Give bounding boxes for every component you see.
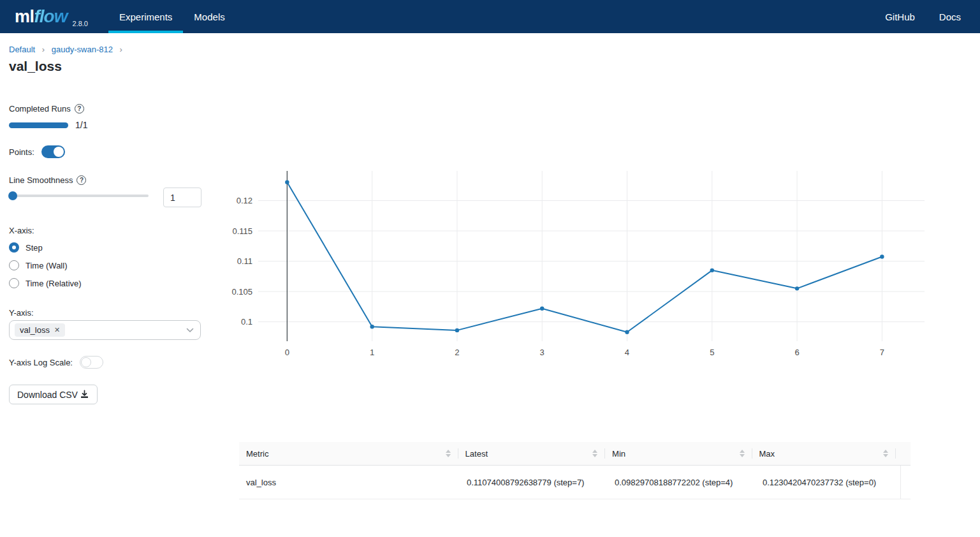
tab-models-label: Models xyxy=(194,11,224,22)
log-scale-toggle[interactable] xyxy=(80,356,103,369)
cell-max: 0.1230420470237732 (step=0) xyxy=(756,466,900,499)
x-axis-option-step[interactable]: Step xyxy=(9,239,82,256)
tab-experiments-label: Experiments xyxy=(119,11,172,22)
line-chart-svg[interactable]: 0.120.1150.110.1050.101234567 xyxy=(230,168,937,359)
svg-text:0.115: 0.115 xyxy=(232,226,252,236)
svg-text:1: 1 xyxy=(370,348,374,357)
radio-selected-icon xyxy=(9,242,19,253)
sort-icon[interactable] xyxy=(883,450,888,457)
metric-summary-table: MetricLatestMinMax val_loss0.11074008792… xyxy=(239,442,911,499)
tab-experiments[interactable]: Experiments xyxy=(108,0,183,33)
download-icon xyxy=(80,390,89,399)
column-header-label: Min xyxy=(612,449,739,459)
nav-link-docs[interactable]: Docs xyxy=(939,11,961,22)
svg-text:2: 2 xyxy=(455,348,459,357)
remove-tag-icon[interactable]: ✕ xyxy=(54,327,60,334)
y-axis-label: Y-axis: xyxy=(9,308,34,318)
sort-icon[interactable] xyxy=(592,450,597,457)
breadcrumb-chevron-icon: › xyxy=(42,45,45,54)
column-header-min[interactable]: Min xyxy=(605,442,752,465)
radio-unselected-icon xyxy=(9,260,19,270)
toggle-knob xyxy=(81,357,91,367)
toggle-knob xyxy=(54,147,64,157)
svg-text:6: 6 xyxy=(794,348,799,357)
points-label: Points: xyxy=(9,147,34,157)
nav-tabs: Experiments Models xyxy=(108,0,236,33)
table-body: val_loss0.11074008792638779 (step=7)0.09… xyxy=(239,466,911,499)
breadcrumb: Default › gaudy-swan-812 › xyxy=(9,45,127,54)
radio-label: Time (Wall) xyxy=(26,261,67,270)
cell-latest: 0.11074008792638779 (step=7) xyxy=(460,466,608,499)
svg-text:0.105: 0.105 xyxy=(231,287,252,297)
svg-text:5: 5 xyxy=(710,348,714,357)
download-csv-button[interactable]: Download CSV xyxy=(9,385,98,404)
points-toggle[interactable] xyxy=(41,145,65,158)
version-label: 2.8.0 xyxy=(73,20,88,27)
completed-runs-label: Completed Runs xyxy=(9,104,71,114)
column-header-label: Max xyxy=(759,449,883,459)
radio-label: Step xyxy=(26,243,43,253)
x-axis-option-time-wall[interactable]: Time (Wall) xyxy=(9,256,82,274)
y-axis-select[interactable]: val_loss ✕ xyxy=(9,320,201,340)
sort-icon[interactable] xyxy=(446,450,451,457)
svg-text:0.11: 0.11 xyxy=(237,256,252,266)
line-smoothness-label: Line Smoothness xyxy=(9,175,73,185)
nav-links: GitHub Docs xyxy=(885,0,961,33)
nav-link-github[interactable]: GitHub xyxy=(885,11,915,22)
sort-icon[interactable] xyxy=(740,450,745,457)
svg-text:3: 3 xyxy=(540,348,545,357)
breadcrumb-chevron-icon: › xyxy=(120,45,122,54)
tag-label: val_loss xyxy=(20,325,50,335)
row-scrollbar-gutter xyxy=(900,466,911,499)
breadcrumb-link-run[interactable]: gaudy-swan-812 xyxy=(52,45,113,54)
help-icon[interactable] xyxy=(75,104,84,114)
svg-text:0.1: 0.1 xyxy=(241,317,252,327)
table-header-row: MetricLatestMinMax xyxy=(239,442,911,466)
download-csv-label: Download CSV xyxy=(17,390,78,400)
column-header-latest[interactable]: Latest xyxy=(458,442,605,465)
mlflow-metric-page: mlflow 2.8.0 Experiments Models GitHub D… xyxy=(0,0,980,537)
column-header-label: Metric xyxy=(246,449,446,459)
completed-runs-count: 1/1 xyxy=(75,120,87,130)
log-scale-control: Y-axis Log Scale: xyxy=(9,356,103,369)
column-header-label: Latest xyxy=(465,449,592,459)
line-smoothness-input[interactable] xyxy=(163,188,201,207)
svg-text:0.12: 0.12 xyxy=(237,196,252,205)
radio-label: Time (Relative) xyxy=(26,279,82,288)
top-navbar: mlflow 2.8.0 Experiments Models GitHub D… xyxy=(0,0,980,33)
cell-min: 0.09829708188772202 (step=4) xyxy=(608,466,756,499)
line-smoothness-slider[interactable] xyxy=(9,195,149,197)
help-icon[interactable] xyxy=(77,175,86,185)
svg-text:4: 4 xyxy=(625,348,629,357)
column-header-metric[interactable]: Metric xyxy=(239,442,458,465)
completed-runs-group: Completed Runs 1/1 xyxy=(9,104,87,130)
x-axis-group: X-axis: Step Time (Wall) Time (Relative) xyxy=(9,226,82,292)
radio-unselected-icon xyxy=(9,278,19,288)
x-axis-option-time-relative[interactable]: Time (Relative) xyxy=(9,274,82,292)
logo-ml-text: ml xyxy=(15,7,34,27)
y-axis-selected-tag: val_loss ✕ xyxy=(15,323,65,337)
metric-chart[interactable]: 0.120.1150.110.1050.101234567 xyxy=(230,168,937,359)
tab-models[interactable]: Models xyxy=(183,0,235,33)
log-scale-label: Y-axis Log Scale: xyxy=(9,358,73,367)
points-control: Points: xyxy=(9,145,65,158)
svg-text:7: 7 xyxy=(880,348,884,357)
chevron-down-icon xyxy=(186,328,194,333)
completed-runs-progress-bar xyxy=(9,122,68,128)
header-scrollbar-gutter xyxy=(896,442,911,465)
slider-handle[interactable] xyxy=(8,191,17,200)
cell-metric: val_loss xyxy=(239,466,460,499)
breadcrumb-link-default[interactable]: Default xyxy=(9,45,35,54)
svg-text:0: 0 xyxy=(285,348,289,357)
mlflow-logo[interactable]: mlflow 2.8.0 xyxy=(0,0,88,33)
column-header-max[interactable]: Max xyxy=(752,442,896,465)
page-title: val_loss xyxy=(9,59,62,74)
line-smoothness-group: Line Smoothness xyxy=(9,175,86,185)
table-row: val_loss0.11074008792638779 (step=7)0.09… xyxy=(239,466,911,499)
logo-flow-text: flow xyxy=(34,6,70,27)
x-axis-label: X-axis: xyxy=(9,226,82,235)
y-axis-group: Y-axis: val_loss ✕ xyxy=(9,308,34,318)
